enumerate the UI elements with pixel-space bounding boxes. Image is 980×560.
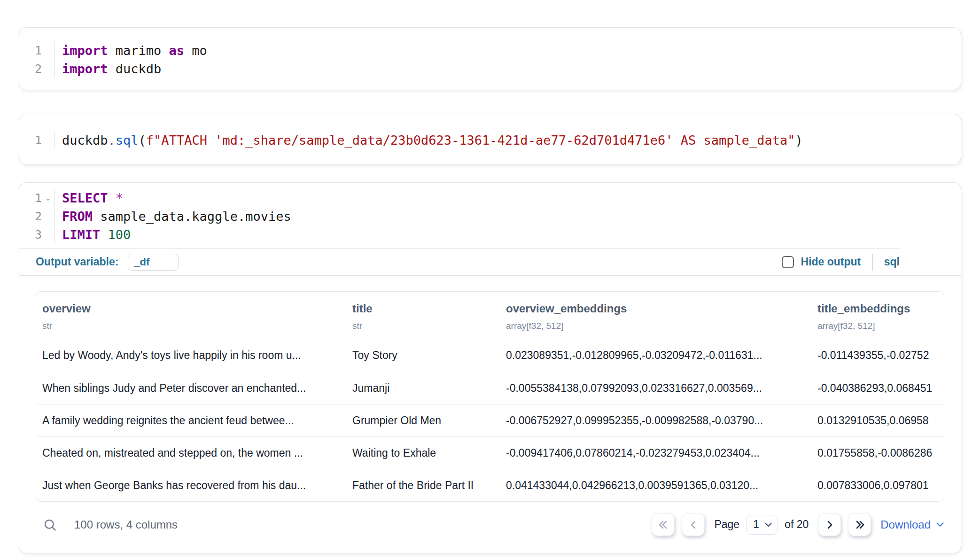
column-header-overview_embeddings[interactable]: overview_embeddingsarray[f32, 512] <box>500 302 811 331</box>
table-cell: Waiting to Exhale <box>346 447 500 459</box>
fold-chevron-icon[interactable]: ⌄ <box>42 189 54 207</box>
notebook: 1import marimo as mo2import duckdb 1duck… <box>19 27 961 553</box>
cell-footer: Output variable: Hide output sql <box>19 249 961 276</box>
column-type: array[f32, 512] <box>506 321 811 331</box>
download-label: Download <box>880 518 931 531</box>
line-number: 1 <box>19 41 42 60</box>
column-type: array[f32, 512] <box>817 321 944 331</box>
code-line[interactable]: 2import duckdb <box>19 60 961 78</box>
table-cell: A family wedding reignites the ancient f… <box>36 414 346 427</box>
table-row[interactable]: When siblings Judy and Peter discover an… <box>36 372 944 404</box>
code-line[interactable]: 1duckdb.sql(f"ATTACH 'md:_share/sample_d… <box>19 131 961 149</box>
page-count-label: of 20 <box>785 518 809 531</box>
table-cell: When siblings Judy and Peter discover an… <box>36 382 346 395</box>
code-text: SELECT * <box>54 189 961 207</box>
line-number: 3 <box>19 226 42 244</box>
table-cell: Just when George Banks has recovered fro… <box>36 479 346 492</box>
column-name: title_embeddings <box>817 302 944 315</box>
code-cell-imports[interactable]: 1import marimo as mo2import duckdb <box>19 27 961 90</box>
chevron-down-icon <box>936 521 944 528</box>
gutter-spacer <box>42 207 54 226</box>
hide-output-checkbox[interactable] <box>782 256 794 268</box>
column-name: overview <box>42 302 346 315</box>
chevrons-left-icon <box>658 519 669 530</box>
language-toggle-sql[interactable]: sql <box>884 256 900 268</box>
output-variable-input[interactable] <box>128 254 179 271</box>
code-text: import marimo as mo <box>54 41 961 60</box>
cell-output: overviewstrtitlestroverview_embeddingsar… <box>19 276 961 553</box>
table-cell: 0.041433044,0.042966213,0.0039591365,0.0… <box>500 479 811 492</box>
line-number: 2 <box>19 60 42 78</box>
next-page-button[interactable] <box>818 513 841 536</box>
pagination: Page 1 of 20 <box>652 513 944 536</box>
code-text: LIMIT 100 <box>54 226 961 244</box>
code-editor[interactable]: 1⌄SELECT *2FROM sample_data.kaggle.movie… <box>19 183 961 248</box>
table-body: Led by Woody, Andy's toys live happily i… <box>36 339 944 501</box>
table-cell: Jumanji <box>346 382 500 395</box>
table-cell: 0.0132910535,0.06958 <box>811 414 944 427</box>
code-line[interactable]: 1import marimo as mo <box>19 41 961 60</box>
first-page-button[interactable] <box>652 513 675 536</box>
gutter-spacer <box>42 226 54 244</box>
table-cell: Led by Woody, Andy's toys live happily i… <box>36 349 346 362</box>
table-cell: Toy Story <box>346 349 500 362</box>
page-select-value: 1 <box>753 518 759 531</box>
gutter-spacer <box>42 60 54 78</box>
table-cell: -0.011439355,-0.02752 <box>811 349 944 362</box>
table-cell: 0.007833006,0.097801 <box>811 479 944 492</box>
gutter-spacer <box>42 131 54 149</box>
code-editor[interactable]: 1duckdb.sql(f"ATTACH 'md:_share/sample_d… <box>19 125 961 154</box>
code-line[interactable]: 3LIMIT 100 <box>19 226 961 244</box>
chevron-down-icon <box>764 522 772 528</box>
footer-divider <box>872 254 873 271</box>
code-text: import duckdb <box>54 60 961 78</box>
code-cell-attach[interactable]: 1duckdb.sql(f"ATTACH 'md:_share/sample_d… <box>19 114 961 165</box>
table-row[interactable]: Cheated on, mistreated and stepped on, t… <box>36 436 944 469</box>
table-row[interactable]: Led by Woody, Andy's toys live happily i… <box>36 339 944 372</box>
rows-summary: 100 rows, 4 columns <box>74 518 178 531</box>
line-number: 1 <box>19 189 42 207</box>
line-number: 2 <box>19 207 42 226</box>
gutter-spacer <box>42 41 54 60</box>
prev-page-button[interactable] <box>682 513 705 536</box>
column-type: str <box>352 321 500 331</box>
column-header-title_embeddings[interactable]: title_embeddingsarray[f32, 512] <box>811 302 944 331</box>
table-cell: -0.006752927,0.099952355,-0.009982588,-0… <box>500 414 811 427</box>
output-variable-label: Output variable: <box>36 256 118 268</box>
table-row[interactable]: A family wedding reignites the ancient f… <box>36 404 944 436</box>
line-number: 1 <box>19 131 42 149</box>
table-cell: -0.0055384138,0.07992093,0.023316627,0.0… <box>500 382 811 395</box>
table-toolbar: 100 rows, 4 columns Page <box>36 502 944 553</box>
search-icon[interactable] <box>43 518 57 532</box>
column-name: overview_embeddings <box>506 302 811 315</box>
code-line[interactable]: 1⌄SELECT * <box>19 189 961 207</box>
dataframe-table: overviewstrtitlestroverview_embeddingsar… <box>36 291 944 502</box>
page-select[interactable]: 1 <box>746 515 778 535</box>
hide-output-label: Hide output <box>801 256 861 268</box>
code-editor[interactable]: 1import marimo as mo2import duckdb <box>19 35 961 82</box>
table-row[interactable]: Just when George Banks has recovered fro… <box>36 469 944 501</box>
column-type: str <box>42 321 346 331</box>
table-cell: Father of the Bride Part II <box>346 479 500 492</box>
column-name: title <box>352 302 500 315</box>
table-cell: 0.01755858,-0.0086286 <box>811 447 944 459</box>
last-page-button[interactable] <box>848 513 871 536</box>
column-header-overview[interactable]: overviewstr <box>36 302 346 331</box>
table-cell: Cheated on, mistreated and stepped on, t… <box>36 447 346 459</box>
code-text: duckdb.sql(f"ATTACH 'md:_share/sample_da… <box>54 131 961 149</box>
code-line[interactable]: 2FROM sample_data.kaggle.movies <box>19 207 961 226</box>
chevrons-right-icon <box>854 519 865 530</box>
chevron-right-icon <box>824 519 835 530</box>
column-header-title[interactable]: titlestr <box>346 302 500 331</box>
chevron-left-icon <box>688 519 699 530</box>
table-header-row: overviewstrtitlestroverview_embeddingsar… <box>36 292 944 339</box>
page-label: Page <box>714 518 739 531</box>
table-cell: -0.040386293,0.068451 <box>811 382 944 395</box>
table-cell: -0.009417406,0.07860214,-0.023279453,0.0… <box>500 447 811 459</box>
table-cell: Grumpier Old Men <box>346 414 500 427</box>
code-cell-sql-query[interactable]: 1⌄SELECT *2FROM sample_data.kaggle.movie… <box>19 182 961 553</box>
code-text: FROM sample_data.kaggle.movies <box>54 207 961 226</box>
table-cell: 0.023089351,-0.012809965,-0.03209472,-0.… <box>500 349 811 362</box>
download-button[interactable]: Download <box>880 518 944 531</box>
